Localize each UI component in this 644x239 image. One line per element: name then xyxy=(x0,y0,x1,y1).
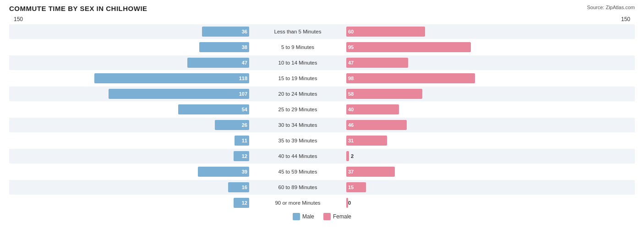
male-value: 39 xyxy=(242,169,247,174)
male-bar: 38 xyxy=(199,42,249,52)
header: COMMUTE TIME BY SEX IN CHILHOWIE Source:… xyxy=(9,5,635,12)
row-label: 30 to 34 Minutes xyxy=(252,122,344,128)
legend-female: Female xyxy=(323,213,351,220)
row-label: 25 to 29 Minutes xyxy=(252,107,344,112)
bar-row: 12 40 to 44 Minutes 2 xyxy=(9,149,635,163)
row-label: 60 to 89 Minutes xyxy=(252,185,344,190)
left-section: 11 xyxy=(9,133,252,148)
male-bar: 11 xyxy=(235,136,249,146)
right-section: 60 xyxy=(344,24,586,39)
female-value: 98 xyxy=(348,76,354,81)
row-label: 40 to 44 Minutes xyxy=(252,153,344,159)
legend-male-label: Male xyxy=(302,213,314,220)
female-value: 60 xyxy=(348,29,354,34)
female-value: 15 xyxy=(348,185,354,190)
male-value: 12 xyxy=(242,200,247,206)
legend-female-label: Female xyxy=(333,213,351,220)
male-bar: 36 xyxy=(202,27,249,37)
axis-right-label: 150 xyxy=(621,16,630,22)
row-label: 90 or more Minutes xyxy=(252,200,344,206)
legend: Male Female xyxy=(9,213,635,220)
female-value: 37 xyxy=(348,169,354,174)
right-section: 2 xyxy=(344,149,586,163)
chart-title: COMMUTE TIME BY SEX IN CHILHOWIE xyxy=(9,5,147,12)
female-bar: 95 xyxy=(346,42,471,52)
male-bar: 16 xyxy=(228,182,249,192)
female-bar: 40 xyxy=(346,104,399,114)
female-value: 31 xyxy=(348,138,354,143)
bar-row: 12 90 or more Minutes 0 xyxy=(9,196,635,210)
female-value: 40 xyxy=(348,107,354,112)
female-bar: 46 xyxy=(346,120,407,130)
male-bar: 12 xyxy=(234,198,249,208)
male-bar: 26 xyxy=(215,120,249,130)
bar-row: 107 20 to 24 Minutes 58 xyxy=(9,87,635,101)
right-section: 0 xyxy=(344,196,586,210)
bar-row: 16 60 to 89 Minutes 15 xyxy=(9,180,635,195)
right-section: 37 xyxy=(344,164,586,179)
left-section: 12 xyxy=(9,149,252,163)
male-value: 26 xyxy=(242,122,247,128)
right-section: 95 xyxy=(344,40,586,54)
male-value: 107 xyxy=(239,91,247,97)
axis-left-label: 150 xyxy=(14,16,23,22)
row-label: Less than 5 Minutes xyxy=(252,29,344,34)
male-value: 38 xyxy=(242,44,247,50)
left-section: 54 xyxy=(9,102,252,117)
bar-row: 36 Less than 5 Minutes 60 xyxy=(9,24,635,39)
female-bar: 15 xyxy=(346,182,366,192)
left-section: 26 xyxy=(9,118,252,132)
bar-row: 118 15 to 19 Minutes 98 xyxy=(9,71,635,86)
left-section: 16 xyxy=(9,180,252,195)
male-value: 11 xyxy=(242,138,247,143)
female-value: 58 xyxy=(348,91,354,97)
female-value: 95 xyxy=(348,44,354,50)
male-value: 12 xyxy=(242,153,247,159)
male-bar: 12 xyxy=(234,151,249,161)
female-value: 47 xyxy=(348,60,354,65)
legend-male-box xyxy=(293,213,300,220)
chart-area: 36 Less than 5 Minutes 60 38 5 to 9 Minu… xyxy=(9,24,635,210)
female-bar: 47 xyxy=(346,58,408,68)
right-section: 58 xyxy=(344,87,586,101)
female-value: 0 xyxy=(347,200,351,206)
right-section: 15 xyxy=(344,180,586,195)
left-section: 39 xyxy=(9,164,252,179)
right-section: 40 xyxy=(344,102,586,117)
row-label: 35 to 39 Minutes xyxy=(252,138,344,143)
bar-row: 39 45 to 59 Minutes 37 xyxy=(9,164,635,179)
right-section: 98 xyxy=(344,71,586,86)
left-section: 47 xyxy=(9,55,252,70)
female-bar: 60 xyxy=(346,27,425,37)
legend-female-box xyxy=(323,213,331,220)
bar-row: 11 35 to 39 Minutes 31 xyxy=(9,133,635,148)
male-bar: 39 xyxy=(198,167,249,177)
female-bar: 31 xyxy=(346,136,387,146)
left-section: 12 xyxy=(9,196,252,210)
male-value: 118 xyxy=(239,76,247,81)
male-value: 47 xyxy=(242,60,247,65)
right-section: 46 xyxy=(344,118,586,132)
male-bar: 107 xyxy=(109,89,249,99)
female-bar xyxy=(346,151,349,161)
male-bar: 118 xyxy=(94,73,249,83)
female-bar: 37 xyxy=(346,167,395,177)
right-section: 31 xyxy=(344,133,586,148)
bar-row: 54 25 to 29 Minutes 40 xyxy=(9,102,635,117)
male-value: 54 xyxy=(242,107,247,112)
left-section: 118 xyxy=(9,71,252,86)
male-value: 16 xyxy=(242,185,247,190)
row-label: 5 to 9 Minutes xyxy=(252,44,344,50)
row-label: 15 to 19 Minutes xyxy=(252,76,344,81)
legend-male: Male xyxy=(293,213,314,220)
bar-row: 26 30 to 34 Minutes 46 xyxy=(9,118,635,132)
bar-row: 47 10 to 14 Minutes 47 xyxy=(9,55,635,70)
row-label: 10 to 14 Minutes xyxy=(252,60,344,65)
left-section: 38 xyxy=(9,40,252,54)
left-section: 107 xyxy=(9,87,252,101)
row-label: 20 to 24 Minutes xyxy=(252,91,344,97)
female-value: 46 xyxy=(348,122,354,128)
row-label: 45 to 59 Minutes xyxy=(252,169,344,174)
source-text: Source: ZipAtlas.com xyxy=(587,5,635,10)
female-bar: 58 xyxy=(346,89,422,99)
